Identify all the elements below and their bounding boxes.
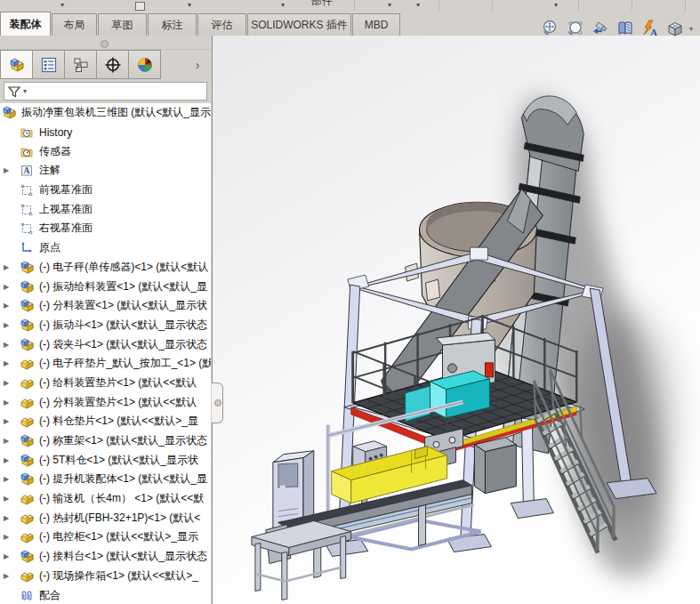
headsup-more-caret-icon[interactable]: ▾ [689, 25, 693, 33]
tree-item-part[interactable]: ▶ (-) 给料装置垫片<1> (默认<<默认 [0, 374, 211, 393]
expand-arrow-icon[interactable]: ▶ [2, 341, 20, 349]
tree-filter-input[interactable]: ▾ [4, 82, 207, 101]
panel-top-splitter[interactable] [0, 36, 212, 50]
sensors-icon [20, 144, 35, 159]
expand-arrow-icon[interactable]: ▶ [2, 533, 20, 541]
tree-item-part[interactable]: ▶ (-) 分料装置垫片<1> (默认<<默认 [0, 392, 211, 412]
dropdown-caret-icon[interactable]: ▾ [281, 2, 285, 9]
splitter-grip-icon[interactable] [101, 40, 109, 48]
expand-arrow-icon[interactable]: ▶ [2, 399, 20, 407]
propertymanager-tab[interactable] [32, 50, 65, 79]
view-settings-icon[interactable] [664, 18, 686, 39]
zoom-to-fit-icon[interactable] [540, 18, 561, 39]
component-button-label[interactable]: 部件 [311, 0, 333, 9]
expand-arrow-icon[interactable]: ▶ [2, 417, 20, 425]
tree-item-part[interactable]: ▶ (-) 料仓垫片<1> (默认<<默认>_显 [0, 412, 211, 431]
tree-item-subassembly[interactable]: ▶ (-) 分料装置<1> (默认<默认_显示状 [0, 296, 211, 316]
subassembly-icon [20, 337, 35, 352]
expand-arrow-icon[interactable]: ▶ [2, 437, 20, 445]
featuremanager-tree-tab[interactable] [0, 50, 33, 79]
tab-evaluate[interactable]: 评估 [197, 13, 246, 36]
tab-annotate[interactable]: 标注 [148, 13, 197, 36]
part-icon [20, 568, 35, 584]
assembly-root-icon [2, 105, 17, 120]
subassembly-icon [20, 453, 35, 468]
expand-arrow-icon[interactable]: ▶ [2, 475, 20, 483]
tree-item-mates[interactable]: 配合 [0, 585, 211, 604]
expand-arrow-icon[interactable]: ▶ [2, 495, 20, 503]
tree-item-origin[interactable]: 原点 [0, 238, 211, 258]
headsup-view-toolbar: A ▾ [540, 18, 693, 39]
dropdown-caret-icon[interactable]: ▾ [188, 2, 191, 9]
part-icon [20, 375, 35, 391]
receiving-table[interactable] [252, 521, 351, 600]
panel-flyout-expand-icon[interactable]: › [187, 50, 208, 79]
filter-funnel-icon[interactable] [7, 85, 21, 99]
tree-item-part[interactable]: ▶ (-) 现场操作箱<1> (默认<<默认>_ [0, 567, 211, 586]
plane-icon [20, 202, 35, 217]
annotation-views-icon[interactable]: A [640, 18, 661, 39]
expand-arrow-icon[interactable]: ▶ [2, 379, 20, 387]
tree-item-subassembly[interactable]: ▶ (-) 接料台<1> (默认<默认_显示状态 [0, 547, 211, 567]
tree-item-subassembly[interactable]: ▶ (-) 电子秤(单传感器)<1> (默认<默认 [0, 258, 211, 278]
tree-item-assembly-root[interactable]: 振动净重包装机三维图 (默认<默认_显示 [0, 103, 211, 123]
expand-arrow-icon[interactable]: ▶ [2, 166, 20, 174]
tree-item-part[interactable]: ▶ (-) 电控柜<1> (默认<<默认>_显示 [0, 527, 211, 547]
configurationmanager-tab[interactable] [64, 50, 97, 79]
tab-layout[interactable]: 布局 [52, 13, 97, 36]
zoom-to-area-icon[interactable] [565, 18, 586, 39]
tree-item-annotations[interactable]: ▶ 注解 [0, 161, 211, 181]
part-icon [20, 529, 35, 544]
section-view-icon[interactable] [615, 18, 636, 39]
expand-arrow-icon[interactable]: ▶ [2, 321, 20, 329]
dropdown-caret-icon[interactable]: ▾ [554, 2, 558, 9]
panel-collapse-handle[interactable] [212, 383, 223, 423]
tree-item-subassembly[interactable]: ▶ (-) 振动斗<1> (默认<默认_显示状态 [0, 316, 211, 335]
commandmanager-overflow-row: ▾ ▾ ▾ ▾ ▾ ▾ 部件 [0, 0, 700, 12]
tree-item-part[interactable]: ▶ (-) 热封机(FBH-32+1P)<1> (默认< [0, 508, 211, 527]
tab-mbd[interactable]: MBD [352, 13, 400, 36]
collapse-dot-icon [214, 399, 221, 407]
tree-item-plane[interactable]: 前视基准面 [0, 181, 211, 200]
subassembly-icon [20, 298, 35, 313]
previous-view-icon[interactable] [590, 18, 611, 39]
dropdown-caret-icon[interactable]: ▾ [60, 2, 64, 9]
tree-item-subassembly[interactable]: ▶ (-) 振动给料装置<1> (默认<默认_显 [0, 277, 211, 296]
feature-tree: 振动净重包装机三维图 (默认<默认_显示 History 传感器 ▶ 注解 前视… [0, 103, 211, 604]
expand-arrow-icon[interactable]: ▶ [2, 283, 20, 291]
panel-tab-strip: › [0, 50, 212, 79]
tree-item-subassembly[interactable]: ▶ (-) 袋夹斗<1> (默认<默认_显示状态 [0, 334, 211, 354]
tree-item-plane[interactable]: 上视基准面 [0, 199, 211, 219]
expand-arrow-icon[interactable]: ▶ [2, 359, 20, 367]
tree-item-subassembly[interactable]: ▶ (-) 称重架<1> (默认<默认_显示状态 [0, 431, 211, 451]
expand-arrow-icon[interactable]: ▶ [2, 552, 20, 560]
displaymanager-tab[interactable] [128, 50, 161, 79]
expand-arrow-icon[interactable]: ▶ [2, 514, 20, 522]
tab-sketch[interactable]: 草图 [98, 13, 147, 36]
expand-arrow-icon[interactable]: ▶ [2, 572, 20, 580]
expand-arrow-icon[interactable]: ▶ [2, 302, 20, 310]
expand-arrow-icon[interactable]: ▶ [2, 263, 20, 271]
toolbar-button-icon[interactable] [135, 2, 145, 11]
tree-item-part[interactable]: ▶ (-) 电子秤垫片_默认_按加工_<1> (默 [0, 354, 211, 374]
dimxpertmanager-tab[interactable] [96, 50, 129, 79]
tree-item-part[interactable]: ▶ (-) 输送机（长4m） <1> (默认<<默 [0, 489, 211, 509]
part-icon [20, 511, 35, 526]
dropdown-caret-icon[interactable]: ▾ [416, 2, 420, 9]
tree-item-history[interactable]: History [0, 123, 211, 142]
elevator-boot[interactable] [474, 438, 516, 494]
expand-arrow-icon[interactable]: ▶ [2, 456, 20, 464]
graphics-viewport[interactable] [213, 36, 700, 604]
tree-item-subassembly[interactable]: ▶ (-) 提升机装配体<1> (默认<默认_显 [0, 470, 211, 489]
tree-item-plane[interactable]: 右视基准面 [0, 219, 211, 238]
tree-item-sensors[interactable]: 传感器 [0, 141, 211, 161]
origin-icon [20, 240, 35, 255]
tree-item-subassembly[interactable]: ▶ (-) 5T料仓<1> (默认<默认_显示状 [0, 450, 211, 470]
dropdown-caret-icon[interactable]: ▾ [388, 2, 391, 9]
subassembly-icon [20, 279, 35, 294]
part-icon [20, 491, 35, 506]
filter-caret-icon[interactable]: ▾ [23, 87, 27, 95]
tab-solidworks-addins[interactable]: SOLIDWORKS 插件 [247, 13, 351, 36]
tab-assembly[interactable]: 装配体 [0, 12, 51, 36]
featuremanager-panel: › ▾ 振动净重包装机三维图 (默认<默认_显示 History 传感器 ▶ 注… [0, 36, 213, 604]
